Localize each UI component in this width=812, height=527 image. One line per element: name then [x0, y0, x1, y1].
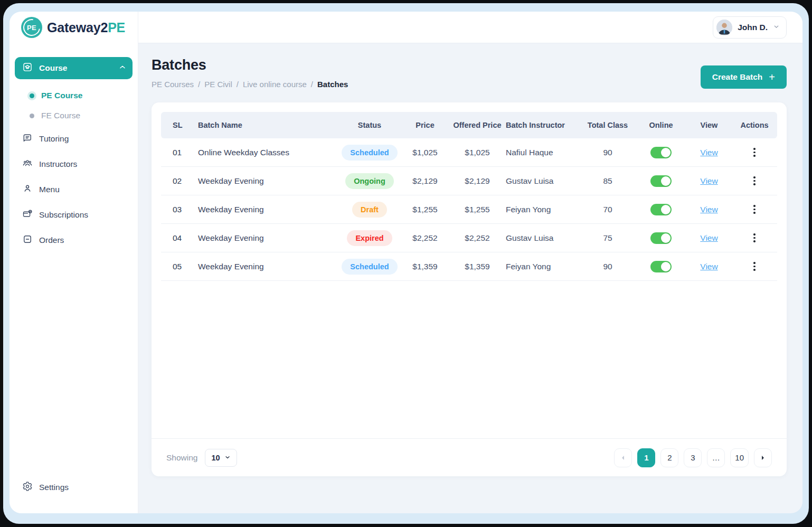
cell-sl: 05	[161, 252, 198, 280]
sidebar-item-subscriptions[interactable]: Subscriptions	[15, 204, 133, 226]
view-link[interactable]: View	[700, 205, 717, 214]
column-header: Actions	[732, 112, 777, 138]
plus-icon: +	[769, 72, 775, 82]
cell-price: $1,255	[401, 195, 449, 223]
sub-item-label: PE Course	[41, 91, 82, 100]
cell-batch-name: Weekday Evening	[198, 167, 338, 195]
view-link[interactable]: View	[700, 262, 717, 271]
settings-icon	[22, 481, 33, 494]
sidebar-item-course[interactable]: Course	[15, 57, 133, 79]
orders-icon	[22, 234, 33, 247]
pagination-page[interactable]: 2	[660, 448, 678, 467]
row-actions-kebab-icon[interactable]	[749, 259, 760, 274]
breadcrumb: PE Courses/PE Civil/Live online course/B…	[152, 80, 348, 89]
row-actions-kebab-icon[interactable]	[749, 202, 760, 217]
online-toggle[interactable]	[650, 261, 672, 272]
breadcrumb-item[interactable]: Live online course	[243, 80, 307, 89]
column-header: Online	[636, 112, 686, 138]
cell-actions	[732, 138, 777, 166]
row-actions-kebab-icon[interactable]	[749, 173, 760, 189]
online-toggle[interactable]	[650, 204, 672, 215]
cell-instructor: Feiyan Yong	[506, 195, 580, 223]
view-link[interactable]: View	[700, 233, 717, 243]
user-name: John D.	[738, 23, 768, 32]
create-batch-button[interactable]: Create Batch +	[701, 65, 787, 89]
pagination-page[interactable]: 10	[730, 448, 749, 467]
sidebar-item-label: Instructors	[39, 159, 77, 169]
app-window: PE Gateway2PE Course PE Course	[10, 12, 802, 513]
pagination-next[interactable]	[754, 448, 772, 467]
column-header: View	[686, 112, 732, 138]
cell-instructor: Feiyan Yong	[506, 252, 580, 280]
sidebar-item-label: Orders	[39, 236, 64, 245]
cell-view: View	[686, 138, 732, 166]
cell-batch-name: Weekday Evening	[198, 195, 338, 223]
online-toggle[interactable]	[650, 175, 672, 187]
chevron-down-icon	[773, 23, 780, 32]
cell-actions	[732, 167, 777, 195]
cell-total-class: 90	[580, 138, 636, 166]
breadcrumb-separator: /	[198, 80, 200, 89]
cell-batch-name: Weekday Evening	[198, 252, 338, 280]
instructors-icon	[22, 158, 33, 171]
sidebar-item-fe-course[interactable]: FE Course	[15, 106, 133, 126]
sidebar-nav: Course PE Course FE Course	[10, 43, 138, 255]
radio-dot-icon	[30, 114, 34, 118]
logo-badge-icon: PE	[21, 17, 42, 38]
table-row: 05 Weekday Evening Scheduled $1,359 $1,3…	[161, 252, 777, 281]
row-actions-kebab-icon[interactable]	[749, 145, 760, 160]
status-badge: Ongoing	[345, 173, 394, 189]
status-badge: Scheduled	[342, 145, 397, 161]
sidebar-item-orders[interactable]: Orders	[15, 229, 133, 251]
table-footer: Showing 10 123…10	[152, 438, 787, 476]
status-badge: Scheduled	[342, 259, 397, 275]
cell-status: Scheduled	[338, 252, 401, 280]
cell-offered-price: $1,255	[449, 195, 506, 223]
main-area: John D. Batches PE Courses/PE Civil/Live…	[138, 12, 802, 513]
cell-actions	[732, 224, 777, 252]
sidebar-item-instructors[interactable]: Instructors	[15, 153, 133, 175]
cell-status: Scheduled	[338, 138, 401, 166]
cell-status: Expired	[338, 224, 401, 252]
toggle-knob	[661, 148, 671, 157]
cell-online	[636, 167, 686, 195]
toggle-knob	[661, 176, 671, 186]
cell-price: $2,129	[401, 167, 449, 195]
chevron-down-icon	[224, 453, 231, 463]
pagination: 123…10	[614, 448, 772, 467]
view-link[interactable]: View	[700, 148, 717, 157]
online-toggle[interactable]	[650, 147, 672, 158]
batches-table: SLBatch NameStatusPriceOffered PriceBatc…	[152, 102, 787, 281]
page-title: Batches	[152, 57, 348, 73]
brand-name: Gateway2PE	[47, 20, 125, 35]
sidebar-item-settings[interactable]: Settings	[15, 476, 133, 498]
cell-sl: 03	[161, 195, 198, 223]
row-actions-kebab-icon[interactable]	[749, 230, 760, 246]
status-badge: Draft	[352, 202, 387, 218]
table-row: 01 Online Weekday Classes Scheduled $1,0…	[161, 138, 777, 167]
sidebar-item-menu[interactable]: Menu	[15, 178, 133, 201]
user-menu[interactable]: John D.	[713, 16, 787, 39]
pagination-page[interactable]: 3	[684, 448, 702, 467]
cell-offered-price: $1,359	[449, 252, 506, 280]
pagination-prev[interactable]	[614, 448, 632, 467]
view-link[interactable]: View	[700, 176, 717, 186]
cell-batch-name: Online Weekday Classes	[198, 138, 338, 166]
breadcrumb-item[interactable]: PE Courses	[152, 80, 194, 89]
table-body: 01 Online Weekday Classes Scheduled $1,0…	[161, 138, 777, 281]
sidebar-item-pe-course[interactable]: PE Course	[15, 86, 133, 106]
cell-total-class: 90	[580, 252, 636, 280]
page-size-select[interactable]: 10	[205, 449, 237, 467]
pagination-page[interactable]: 1	[637, 448, 655, 467]
toggle-knob	[661, 205, 671, 214]
column-header: Batch Name	[198, 112, 338, 138]
cell-online	[636, 252, 686, 280]
cell-price: $1,025	[401, 138, 449, 166]
sidebar-item-label: Subscriptions	[39, 210, 88, 220]
cell-instructor: Gustav Luisa	[506, 167, 580, 195]
sub-item-label: FE Course	[41, 111, 80, 120]
tutoring-icon	[22, 133, 33, 145]
online-toggle[interactable]	[650, 232, 672, 244]
sidebar-item-tutoring[interactable]: Tutoring	[15, 128, 133, 150]
breadcrumb-item[interactable]: PE Civil	[204, 80, 232, 89]
